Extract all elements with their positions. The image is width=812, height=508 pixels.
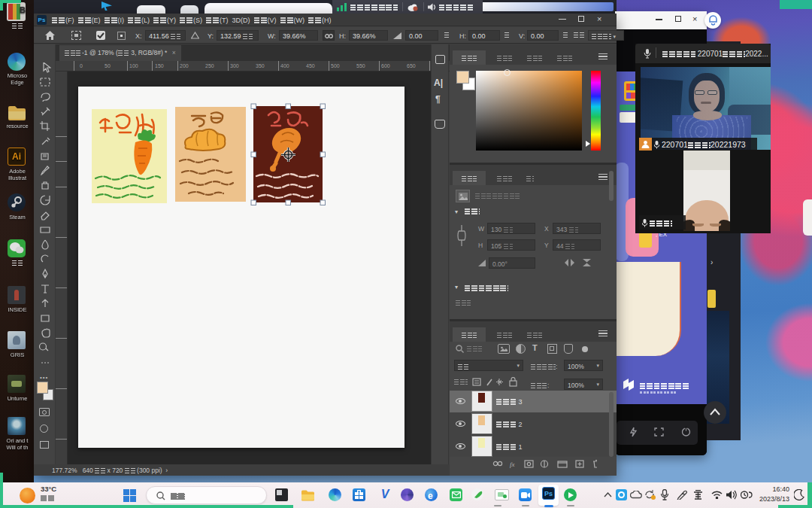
svg-text:fx: fx bbox=[510, 461, 515, 468]
